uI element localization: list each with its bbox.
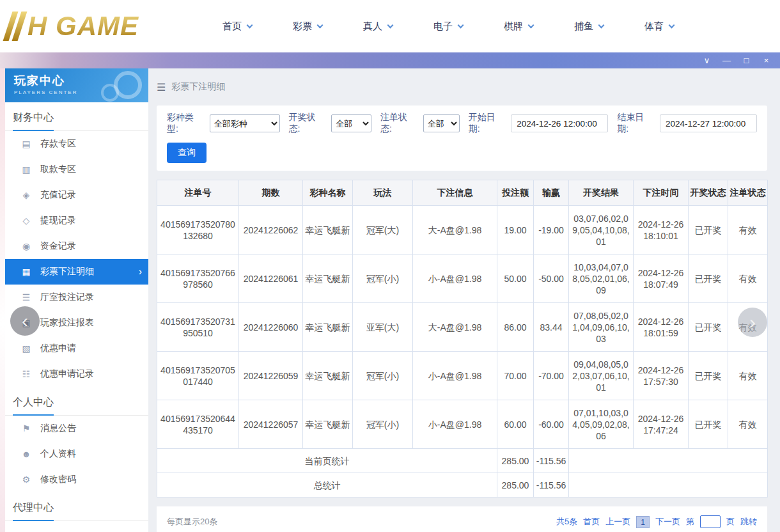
promo-apply-icon: ▧	[20, 343, 32, 354]
sidebar-item-label: 取款专区	[40, 164, 76, 175]
app-window: 玩家中心 PLAYERS CENTER 财务中心▤存款专区▥取款专区◈充值记录◇…	[0, 68, 780, 532]
nav-item[interactable]: 电子	[433, 20, 463, 33]
nav-item[interactable]: 棋牌	[504, 20, 533, 33]
promo-record-icon: ☷	[20, 369, 32, 379]
window-maximize-button[interactable]: □	[737, 52, 756, 68]
prev-page-link[interactable]: 上一页	[605, 516, 630, 528]
table-cell: 亚军(大)	[353, 303, 413, 352]
column-header: 玩法	[353, 180, 413, 206]
sidebar-item-label: 玩家投注报表	[40, 317, 94, 329]
jump-suffix-label: 页	[726, 516, 735, 528]
table-cell: 2024-12-26 18:10:01	[634, 206, 689, 254]
summary-cell	[569, 449, 768, 473]
sidebar-item-label: 存款专区	[40, 138, 76, 150]
summary-cell: 当前页统计	[157, 449, 497, 473]
column-header: 开奖状态	[689, 180, 728, 206]
column-header: 开奖结果	[569, 180, 634, 206]
sidebar-item[interactable]: ⚑消息公告	[5, 416, 148, 441]
main-nav: 首页彩票真人电子棋牌捕鱼体育	[222, 20, 674, 33]
password-icon: ⚙	[20, 474, 32, 485]
table-cell: 小-A盘@1.98	[413, 352, 497, 400]
summary-cell: -115.56	[534, 473, 569, 497]
announcement-icon: ⚑	[20, 423, 32, 434]
table-cell: 20241226061	[239, 254, 303, 303]
sidebar: 玩家中心 PLAYERS CENTER 财务中心▤存款专区▥取款专区◈充值记录◇…	[5, 68, 148, 532]
table-cell: 401569173520766978560	[157, 254, 239, 303]
nav-item-label: 体育	[644, 20, 664, 33]
nav-item-label: 真人	[363, 20, 382, 33]
nav-item-label: 首页	[222, 20, 242, 33]
draw-status-select[interactable]: 全部	[331, 114, 371, 132]
prev-arrow-button[interactable]: ‹	[10, 306, 40, 336]
nav-item[interactable]: 彩票	[293, 20, 322, 33]
table-cell: 20241226059	[239, 352, 303, 400]
table-cell: 19.00	[497, 206, 534, 254]
sidebar-item[interactable]: ⚙修改密码	[5, 467, 148, 492]
menu-icon[interactable]: ☰	[157, 81, 166, 93]
breadcrumb: ☰ 彩票下注明细	[157, 68, 767, 106]
window-minimize-button[interactable]: —	[717, 52, 737, 68]
table-row: 40156917352073195051020241226060幸运飞艇新亚军(…	[157, 303, 768, 352]
filter-panel: 彩种类型: 全部彩种 开奖状态: 全部 注单状态: 全部 开始日期: 结束日期:…	[157, 106, 767, 171]
sidebar-item[interactable]: ◈充值记录	[5, 182, 148, 208]
table-cell: 幸运飞艇新	[303, 206, 353, 254]
nav-item[interactable]: 捕鱼	[574, 20, 604, 33]
table-cell: 70.00	[497, 352, 534, 400]
sidebar-item-label: 提现记录	[40, 215, 76, 226]
table-cell: 07,01,10,03,04,05,09,02,08,06	[569, 400, 634, 449]
table-cell: 幸运飞艇新	[303, 254, 353, 303]
lottery-type-select[interactable]: 全部彩种	[210, 114, 280, 132]
sidebar-item-label: 厅室投注记录	[40, 292, 94, 303]
first-page-link[interactable]: 首页	[583, 516, 600, 528]
column-header: 注单号	[157, 180, 239, 206]
table-cell: -50.00	[534, 254, 569, 303]
jump-button[interactable]: 跳转	[740, 516, 757, 528]
sidebar-item[interactable]: ▤存款专区	[5, 131, 148, 157]
lottery-bet-detail-icon: ▦	[20, 267, 32, 277]
withdrawal-record-icon: ◇	[20, 215, 32, 226]
end-date-input[interactable]	[660, 114, 757, 132]
pagination-bar: 每页显示20条 共5条 首页 上一页 1 下一页 第 页 跳转	[157, 506, 767, 532]
sidebar-item[interactable]: ▥取款专区	[5, 157, 148, 182]
next-page-link[interactable]: 下一页	[655, 516, 680, 528]
window-chevron-icon[interactable]: ∨	[697, 52, 717, 68]
nav-item[interactable]: 真人	[363, 20, 393, 33]
nav-item[interactable]: 首页	[222, 20, 252, 33]
sidebar-item[interactable]: ☷优惠申请记录	[5, 361, 148, 387]
sidebar-item-label: 彩票下注明细	[40, 266, 94, 278]
nav-item-label: 电子	[433, 20, 453, 33]
background-strip	[0, 68, 5, 532]
start-date-input[interactable]	[511, 114, 608, 132]
logo-text: H GAME	[27, 11, 139, 42]
table-cell: -19.00	[534, 206, 569, 254]
nav-item-label: 捕鱼	[574, 20, 593, 33]
jump-page-input[interactable]	[700, 515, 721, 528]
chevron-right-icon: ›	[139, 266, 142, 278]
search-button[interactable]: 查询	[167, 143, 207, 163]
next-arrow-button[interactable]: ›	[738, 308, 767, 337]
decorative-circles-icon	[114, 71, 142, 99]
site-logo[interactable]: H GAME	[0, 11, 192, 42]
table-cell: 冠军(大)	[353, 206, 413, 254]
table-cell: 2024-12-26 17:57:30	[634, 352, 689, 400]
column-header: 输赢	[534, 180, 569, 206]
table-cell: 冠军(小)	[353, 352, 413, 400]
sidebar-item[interactable]: ▧优惠申请	[5, 336, 148, 361]
table-cell: 已开奖	[689, 352, 728, 400]
order-status-select[interactable]: 全部	[423, 114, 460, 132]
sidebar-item-label: 个人资料	[40, 448, 76, 460]
jump-prefix-label: 第	[686, 516, 694, 528]
window-titlebar: ∨ — □ ×	[0, 52, 780, 68]
nav-item[interactable]: 体育	[644, 20, 674, 33]
sidebar-item[interactable]: ▦彩票下注明细›	[5, 259, 148, 285]
table-cell: 已开奖	[689, 206, 728, 254]
sidebar-item[interactable]: ◉资金记录	[5, 233, 148, 259]
sidebar-item[interactable]: ☻个人资料	[5, 441, 148, 467]
sidebar-item[interactable]: ◇提现记录	[5, 208, 148, 233]
window-close-button[interactable]: ×	[756, 52, 776, 68]
sidebar-item-label: 消息公告	[40, 423, 76, 434]
table-cell: 已开奖	[689, 400, 728, 449]
current-page-button[interactable]: 1	[636, 516, 650, 528]
table-cell: -60.00	[534, 400, 569, 449]
bet-detail-table: 注单号期数彩种名称玩法下注信息投注额输赢开奖结果下注时间开奖状态注单状态 401…	[157, 180, 768, 497]
